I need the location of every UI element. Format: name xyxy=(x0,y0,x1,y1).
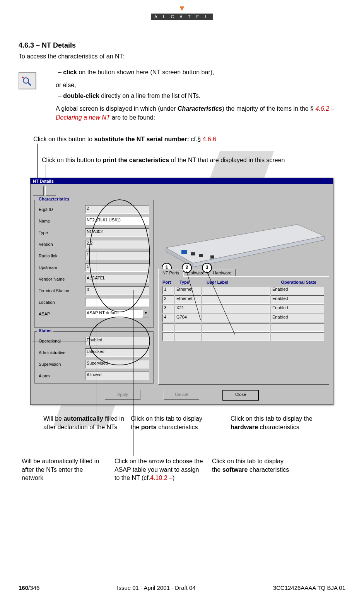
callout-asap-arrow: Click on the arrow to choose the ASAP ta… xyxy=(114,457,203,482)
tab-hardware[interactable]: Hardware xyxy=(209,269,236,277)
footer-docref: 3CC12426AAAA TQ BJA 01 xyxy=(273,584,345,591)
print-button[interactable] xyxy=(45,186,56,196)
svg-rect-6 xyxy=(181,250,187,254)
leader-line xyxy=(96,252,96,415)
label-location: Location xyxy=(39,300,85,305)
page-total: /346 xyxy=(28,584,39,591)
svg-point-10 xyxy=(89,200,150,312)
bullet-doubleclick: double-click directly on a line from the… xyxy=(58,91,345,100)
page-number: 160 xyxy=(19,584,28,591)
label-terminal: Terminal Station xyxy=(39,288,85,293)
window-titlebar: NT Details xyxy=(31,178,333,184)
label-asap: ASAP xyxy=(39,312,85,316)
label-vendor: Vendor Name xyxy=(39,277,85,281)
callout-substitute-serial: Click on this button to substitute the N… xyxy=(33,136,216,143)
leader-line xyxy=(32,341,87,341)
tab-nt-ports[interactable]: NT Ports xyxy=(158,269,183,277)
device-illustration xyxy=(158,201,328,267)
bullet-click: click on the button shown here (NT scree… xyxy=(58,68,345,77)
cancel-button[interactable]: Cancel xyxy=(164,390,199,400)
ellipse-states xyxy=(87,314,152,368)
brand-text: A L C A T E L xyxy=(151,14,213,20)
port-row[interactable] xyxy=(159,323,329,332)
port-row[interactable]: 4G704Enabled xyxy=(159,314,329,322)
nt-details-window: NT Details Characteristics Eqpt ID2 Name… xyxy=(30,178,333,405)
label-radio-link: Radio link xyxy=(39,254,85,258)
svg-rect-9 xyxy=(210,255,214,259)
label-version: Version xyxy=(39,242,85,247)
section-heading: 4.6.3 – NT Details xyxy=(19,41,345,50)
port-row[interactable]: 2EthernetEnabled xyxy=(159,295,329,304)
label-alarm: Alarm xyxy=(39,373,85,378)
value-alarm: Allowed xyxy=(85,372,149,380)
svg-point-0 xyxy=(23,78,29,83)
page-footer: 160/346 Issue 01 - April 2001 - Draft 04… xyxy=(0,582,364,591)
substitute-serial-button[interactable] xyxy=(33,186,44,196)
global-screen-text: A global screen is displayed in which (u… xyxy=(56,104,345,122)
close-button[interactable]: Close xyxy=(222,390,259,401)
callout-ports-tab: Click on this tab to display the ports c… xyxy=(131,415,204,431)
details-toolbar-button[interactable] xyxy=(19,72,36,89)
ports-panel: Port Type User Label Operational State 1… xyxy=(158,276,329,385)
svg-rect-7 xyxy=(191,252,195,255)
port-row[interactable] xyxy=(159,332,329,341)
characteristics-label: Characteristics xyxy=(37,197,71,201)
col-type: Type xyxy=(179,280,207,284)
svg-rect-8 xyxy=(199,254,203,257)
port-row[interactable]: 1EthernetEnabled xyxy=(159,286,329,295)
label-supervision: Supervision xyxy=(39,362,85,367)
callout-software-tab: Click on this tab to display the softwar… xyxy=(212,457,289,474)
intro-text: To access the characteristics of an NT: xyxy=(19,52,345,61)
brand-logo: ▼ A L C A T E L xyxy=(19,4,345,20)
leader-line xyxy=(32,341,32,457)
label-type: Type xyxy=(39,230,85,235)
label-admin-state: Administrative xyxy=(39,350,85,355)
footer-issue: Issue 01 - April 2001 - Draft 04 xyxy=(117,584,195,591)
svg-point-11 xyxy=(89,317,150,365)
label-name: Name xyxy=(39,219,85,223)
col-user-label: User Label xyxy=(207,280,272,284)
states-label: States xyxy=(37,328,53,333)
tab-bar: NT Ports Software Hardware xyxy=(158,269,236,276)
callout-hardware-tab: Click on this tab to display the hardwar… xyxy=(231,415,316,431)
label-upstream: Upstream xyxy=(39,265,85,270)
ellipse-fields xyxy=(87,198,152,314)
callout-print-characteristics: Click on this button to print the caract… xyxy=(42,157,285,164)
label-eqpt-id: Eqpt ID xyxy=(39,207,85,212)
or-else: or else, xyxy=(56,81,345,89)
callout-auto-network: Will be automatically filled in after th… xyxy=(22,457,103,482)
col-port: Port xyxy=(162,280,179,284)
magnifier-icon xyxy=(21,75,34,87)
col-op-state: Operational State xyxy=(272,280,325,284)
port-row[interactable]: 3X21Enabled xyxy=(159,305,329,313)
leader-line xyxy=(167,271,167,415)
leader-line xyxy=(133,290,133,456)
svg-point-2 xyxy=(22,77,24,78)
svg-line-1 xyxy=(28,82,31,86)
callout-auto-declaration: Will be automatically filled in after de… xyxy=(43,415,125,431)
apply-button[interactable]: Apply xyxy=(105,390,140,400)
